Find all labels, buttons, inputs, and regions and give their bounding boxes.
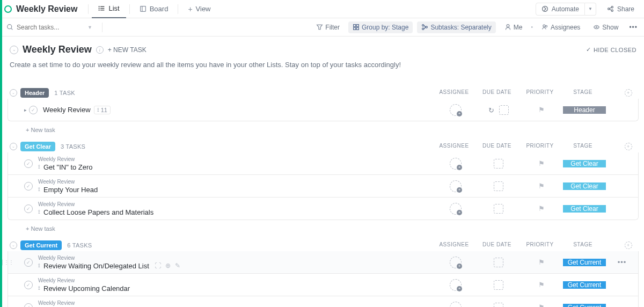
expand-caret-icon[interactable]: ▸ (24, 107, 27, 113)
new-task-inline-button[interactable]: + New task (8, 220, 639, 232)
expand-icon[interactable]: ⛶ (155, 262, 161, 269)
task-row[interactable]: ⋮⋮ ✓ Weekly Review ⟟ Review Waiting On/D… (8, 251, 639, 274)
new-task-button[interactable]: + NEW TASK (108, 46, 147, 54)
column-header-assignee[interactable]: ASSIGNEE (433, 242, 475, 249)
tab-add-view[interactable]: + View (181, 0, 217, 18)
due-date-button[interactable] (494, 204, 503, 214)
stage-cell[interactable]: Get Current (563, 281, 606, 289)
complete-toggle[interactable]: ✓ (24, 182, 33, 191)
stage-cell[interactable]: Get Current (563, 259, 606, 266)
priority-flag-icon[interactable]: ⚑ (538, 204, 545, 213)
task-name[interactable]: Review Waiting On/Delegated List (43, 262, 149, 270)
column-header-priority[interactable]: PRIORITY (518, 242, 561, 249)
recurring-icon[interactable]: ↻ (488, 106, 496, 114)
assignee-button[interactable] (450, 302, 462, 308)
parent-breadcrumb[interactable]: Weekly Review (38, 255, 434, 261)
complete-toggle[interactable]: ✓ (24, 281, 33, 289)
group-collapse-button[interactable]: ⌄ (10, 143, 17, 150)
stage-pill[interactable]: Get Clear (20, 142, 55, 151)
chevron-down-icon[interactable]: ▼ (87, 25, 92, 30)
task-row[interactable]: ✓ Weekly Review ⟟ Get "IN" to Zero ⚑ Get… (8, 152, 639, 175)
collapse-all-button[interactable]: ⌄ (10, 46, 18, 54)
stage-cell[interactable]: Get Current (563, 304, 606, 308)
column-header-stage[interactable]: STAGE (561, 89, 604, 97)
priority-flag-icon[interactable]: ⚑ (538, 258, 545, 266)
due-date-button[interactable] (494, 280, 503, 290)
priority-flag-icon[interactable]: ⚑ (538, 281, 545, 289)
assignees-button[interactable]: Assignees (537, 21, 584, 33)
stage-cell[interactable]: Get Clear (563, 182, 606, 190)
group-collapse-button[interactable]: ⌄ (10, 89, 17, 97)
due-date-button[interactable] (494, 159, 503, 169)
column-header-stage[interactable]: STAGE (561, 143, 604, 150)
assignee-button[interactable] (450, 180, 462, 192)
tag-icon[interactable]: ⊕ (165, 262, 171, 269)
column-header-assignee[interactable]: ASSIGNEE (433, 143, 475, 150)
task-name[interactable]: Weekly Review (43, 106, 91, 114)
more-button[interactable]: ••• (627, 21, 640, 33)
me-button[interactable]: Me (500, 21, 527, 33)
group-by-button[interactable]: Group by: Stage (348, 21, 413, 33)
column-header-due[interactable]: DUE DATE (475, 143, 518, 150)
assignee-button[interactable] (450, 104, 462, 116)
edit-icon[interactable]: ✎ (175, 262, 180, 269)
search-input[interactable] (17, 24, 81, 31)
column-header-due[interactable]: DUE DATE (475, 242, 518, 249)
column-header-due[interactable]: DUE DATE (475, 89, 518, 97)
column-header-priority[interactable]: PRIORITY (518, 143, 561, 150)
complete-toggle[interactable]: ✓ (29, 106, 38, 114)
due-date-button[interactable] (499, 105, 509, 115)
show-button[interactable]: Show (589, 21, 623, 33)
new-task-inline-button[interactable]: + New task (8, 121, 639, 133)
complete-toggle[interactable]: ✓ (24, 258, 33, 267)
stage-cell[interactable]: Get Clear (563, 160, 606, 167)
parent-breadcrumb[interactable]: Weekly Review (38, 201, 434, 207)
stage-cell[interactable]: Get Clear (563, 205, 606, 213)
parent-breadcrumb[interactable]: Weekly Review (38, 277, 434, 283)
column-header-assignee[interactable]: ASSIGNEE (433, 89, 475, 97)
task-name[interactable]: Get "IN" to Zero (43, 163, 93, 171)
parent-breadcrumb[interactable]: Weekly Review (38, 179, 434, 185)
column-header-stage[interactable]: STAGE (561, 242, 604, 249)
row-select-checkbox[interactable] (2, 259, 3, 266)
task-row[interactable]: ✓ Weekly Review ⟟ Review Upcoming Calend… (8, 274, 639, 296)
assignee-button[interactable] (450, 279, 462, 291)
add-column-button[interactable]: + (625, 143, 632, 150)
complete-toggle[interactable]: ✓ (24, 303, 33, 308)
row-more-button[interactable]: ••• (618, 258, 627, 266)
task-name[interactable]: Empty Your Head (43, 186, 98, 194)
filter-button[interactable]: Filter (312, 21, 344, 33)
task-name[interactable]: Collect Loose Papers and Materials (43, 208, 153, 216)
automate-dropdown[interactable]: ▼ (585, 3, 596, 16)
share-button[interactable]: Share (602, 3, 640, 15)
task-row[interactable]: ▸ ✓ Weekly Review ⟟11 ↻ ⚑ Header (8, 99, 639, 121)
due-date-button[interactable] (494, 303, 503, 308)
assignee-button[interactable] (450, 158, 462, 170)
complete-toggle[interactable]: ✓ (24, 159, 33, 168)
info-icon[interactable]: i (96, 46, 104, 54)
stage-pill[interactable]: Header (20, 88, 49, 98)
task-row[interactable]: ✓ Weekly Review ⟟ Review Action Lists ⚑ … (8, 296, 639, 307)
due-date-button[interactable] (494, 258, 503, 267)
complete-toggle[interactable]: ✓ (24, 204, 33, 213)
assignee-button[interactable] (450, 203, 462, 215)
stage-cell[interactable]: Header (563, 106, 606, 114)
priority-flag-icon[interactable]: ⚑ (538, 182, 545, 190)
priority-flag-icon[interactable]: ⚑ (538, 159, 545, 167)
add-column-button[interactable]: + (625, 89, 632, 97)
subtask-count-badge[interactable]: ⟟11 (94, 106, 111, 114)
column-header-priority[interactable]: PRIORITY (518, 89, 561, 97)
due-date-button[interactable] (494, 181, 503, 191)
priority-flag-icon[interactable]: ⚑ (538, 106, 545, 114)
task-row[interactable]: ✓ Weekly Review ⟟ Empty Your Head ⚑ Get … (8, 175, 639, 198)
automate-button[interactable]: Automate (536, 3, 585, 16)
tab-list[interactable]: List (92, 0, 126, 18)
priority-flag-icon[interactable]: ⚑ (538, 303, 545, 307)
parent-breadcrumb[interactable]: Weekly Review (38, 156, 434, 162)
stage-pill[interactable]: Get Current (20, 240, 62, 250)
group-collapse-button[interactable]: ⌄ (10, 242, 17, 249)
task-row[interactable]: ✓ Weekly Review ⟟ Collect Loose Papers a… (8, 198, 639, 220)
drag-handle-icon[interactable]: ⋮⋮ (4, 259, 13, 265)
subtasks-button[interactable]: Subtasks: Separately (417, 21, 495, 33)
task-name[interactable]: Review Upcoming Calendar (43, 284, 130, 293)
